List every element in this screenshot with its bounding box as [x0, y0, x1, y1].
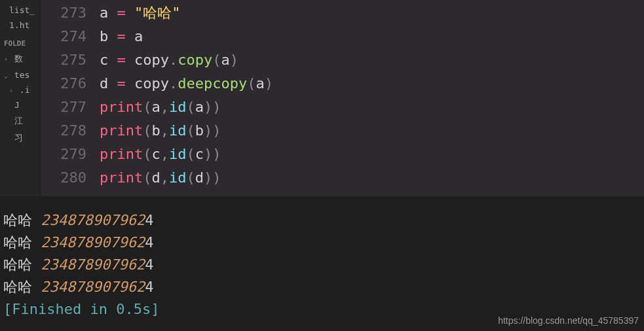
line-number-gutter: 273274275276277278279280 [41, 1, 100, 196]
line-number: 276 [41, 72, 86, 96]
line-number: 280 [41, 166, 86, 190]
terminal-output-line: 哈哈 2348789079624 [3, 209, 641, 232]
watermark: https://blog.csdn.net/qq_45785397 [498, 315, 639, 326]
sidebar-item[interactable]: › 数 [0, 50, 40, 67]
sidebar-item[interactable]: FOLDE [0, 33, 40, 50]
line-number: 275 [41, 48, 86, 72]
terminal-output-line: 哈哈 2348789079624 [3, 232, 641, 254]
code-line[interactable]: print(d,id(d)) [100, 166, 644, 190]
code-line[interactable]: d = copy.deepcopy(a) [100, 72, 644, 96]
code-editor[interactable]: 273274275276277278279280 a = "哈哈"b = ac … [41, 0, 644, 196]
line-number: 274 [41, 25, 86, 48]
code-line[interactable]: c = copy.copy(a) [100, 48, 644, 72]
code-content[interactable]: a = "哈哈"b = ac = copy.copy(a)d = copy.de… [100, 1, 644, 196]
sidebar-item[interactable]: › .i [0, 82, 40, 97]
sidebar-item[interactable]: list_ [0, 3, 40, 18]
line-number: 278 [41, 119, 86, 143]
code-line[interactable]: print(a,id(a)) [100, 96, 644, 119]
terminal-panel[interactable]: 哈哈 2348789079624哈哈 2348789079624哈哈 23487… [0, 196, 644, 331]
code-line[interactable]: print(b,id(b)) [100, 119, 644, 143]
code-line[interactable]: a = "哈哈" [100, 1, 644, 25]
code-line[interactable]: print(c,id(c)) [100, 143, 644, 166]
line-number: 277 [41, 96, 86, 119]
sidebar-item[interactable]: 习 [0, 130, 40, 147]
sidebar-item[interactable]: 江 [0, 113, 40, 130]
code-line[interactable]: b = a [100, 25, 644, 48]
terminal-output-line: 哈哈 2348789079624 [3, 276, 641, 298]
line-number: 273 [41, 1, 86, 25]
sidebar-item[interactable]: 1.ht [0, 18, 40, 33]
terminal-output-line: 哈哈 2348789079624 [3, 254, 641, 276]
sidebar-item[interactable]: J [0, 97, 40, 113]
sidebar-item[interactable]: ⌄ tes [0, 67, 40, 82]
line-number: 279 [41, 143, 86, 166]
file-explorer-sidebar[interactable]: list_1.htFOLDE› 数⌄ tes› .iJ江习 [0, 0, 41, 196]
